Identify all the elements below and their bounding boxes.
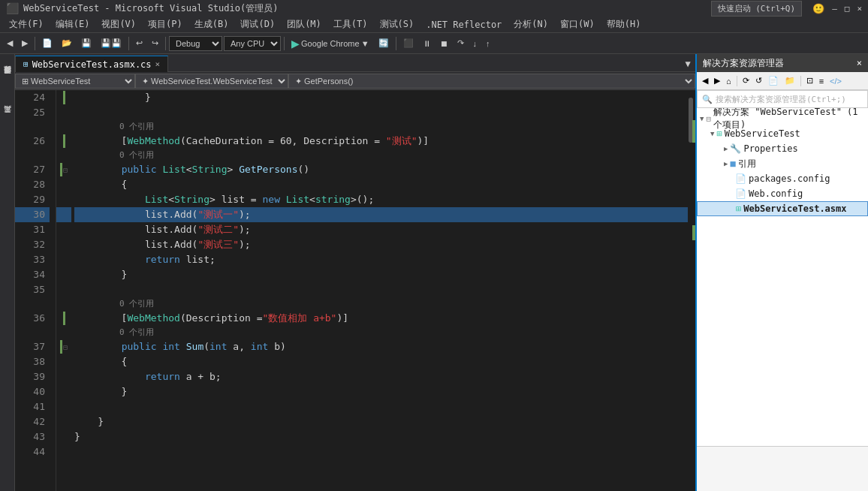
linenum-32: 32: [15, 237, 50, 252]
code-line-44: [74, 444, 688, 459]
web-config-label: Web.config: [749, 188, 803, 199]
debug-config-select[interactable]: Debug Release: [169, 36, 222, 51]
linenum-33: 33: [15, 252, 50, 267]
menu-net-reflector[interactable]: .NET Reflector: [420, 18, 508, 32]
project-label: WebServiceTest: [725, 128, 800, 139]
linenum-42: 42: [15, 414, 50, 429]
sidebar-toolbox[interactable]: 工具箱: [2, 104, 14, 134]
menu-edit[interactable]: 编辑(E): [50, 17, 96, 32]
gutter: ⊟ ⊟: [56, 90, 71, 491]
refresh-btn[interactable]: 🔄: [375, 37, 393, 50]
toolbar: ◀ ▶ 📄 📂 💾 💾💾 ↩ ↪ Debug Release Any CPU x…: [0, 33, 868, 54]
sol-new-btn[interactable]: 📄: [766, 74, 781, 87]
class-nav-select[interactable]: ⊞ WebServiceTest: [15, 74, 135, 89]
code-line-36: [WebMethod(Description ="数值相加 a+b")]: [74, 311, 688, 326]
redo-btn[interactable]: ↪: [148, 37, 162, 50]
save-btn[interactable]: 💾: [77, 37, 95, 50]
sol-back-btn[interactable]: ◀: [700, 74, 710, 87]
code-line-26: [WebMethod(CacheDuration = 60, Descripti…: [74, 134, 688, 149]
tree-webservicetest-asmx[interactable]: ⊞ WebServiceTest.asmx: [697, 201, 868, 216]
tab-bar: ⊞ WebServiceTest.asmx.cs × ▼: [15, 54, 695, 72]
sol-home-btn[interactable]: ⌂: [724, 75, 734, 87]
step-into-btn[interactable]: ↓: [469, 38, 481, 50]
project-arrow[interactable]: ▼: [710, 130, 714, 137]
properties-label: Properties: [743, 143, 797, 154]
menu-build[interactable]: 生成(B): [188, 17, 235, 32]
scroll-indicator[interactable]: [688, 90, 695, 491]
sol-folder-btn[interactable]: 📁: [782, 74, 797, 87]
breakpoint-btn[interactable]: ⬛: [399, 37, 417, 50]
sol-fwd-btn[interactable]: ▶: [712, 74, 722, 87]
sidebar-server-explorer[interactable]: 服务器资源管理器: [2, 57, 14, 102]
code-line-38: {: [74, 354, 688, 369]
tab-webservicetest[interactable]: ⊞ WebServiceTest.asmx.cs ×: [15, 56, 168, 72]
tree-packages-config[interactable]: 📄 packages.config: [697, 171, 868, 186]
title-bar: ⬛ WebServiceTest - Microsoft Visual Stud…: [0, 0, 868, 17]
solution-bottom-hint: [697, 446, 868, 491]
code-line-29: List<String> list = new List<string>();: [74, 192, 688, 207]
sol-sync-btn[interactable]: ⟳: [740, 74, 752, 87]
search-icon: 🔍: [702, 95, 713, 104]
member-nav-select[interactable]: ✦ WebServiceTest.WebServiceTest: [135, 74, 288, 89]
sol-close-icon[interactable]: ×: [857, 58, 862, 68]
tab-close-btn[interactable]: ×: [155, 59, 161, 69]
solution-arrow[interactable]: ▼: [700, 115, 704, 122]
sol-filter-btn[interactable]: ⊡: [804, 74, 815, 87]
editor-area: ⊞ WebServiceTest.asmx.cs × ▼ ⊞ WebServic…: [15, 54, 695, 491]
code-line-24: }: [74, 90, 688, 105]
main-area: 服务器资源管理器 工具箱 ⊞ WebServiceTest.asmx.cs × …: [0, 54, 868, 491]
properties-arrow[interactable]: ▶: [724, 145, 728, 152]
tree-refs[interactable]: ▶ ■ 引用: [697, 156, 868, 171]
platform-select[interactable]: Any CPU x86 x64: [224, 36, 281, 51]
code-line-35: [74, 282, 688, 297]
menu-project[interactable]: 项目(P): [142, 17, 188, 32]
sol-code-view-btn[interactable]: </>: [827, 75, 844, 87]
method-nav-select[interactable]: ✦ GetPersons(): [288, 74, 695, 89]
solution-explorer: 解决方案资源管理器 × ◀ ▶ ⌂ ⟳ ↺ 📄 📁 ⊡ ≡ </> 🔍 搜索解决…: [695, 54, 868, 491]
refs-arrow[interactable]: ▶: [724, 160, 728, 167]
menu-team[interactable]: 团队(M): [281, 17, 327, 32]
sol-refresh-btn[interactable]: ↺: [753, 74, 764, 87]
fwd-btn[interactable]: ▶: [18, 37, 32, 50]
step-over-btn[interactable]: ↷: [454, 37, 468, 50]
code-line-37: public int Sum(int a, int b): [74, 339, 688, 354]
linenum-26: 26: [15, 134, 50, 149]
linenum-40: 40: [15, 384, 50, 399]
tree-web-config[interactable]: 📄 Web.config: [697, 186, 868, 201]
menu-test[interactable]: 测试(S): [374, 17, 420, 32]
solution-search-box[interactable]: 🔍 搜索解决方案资源管理器(Ctrl+;): [697, 90, 868, 108]
linenum-41: 41: [15, 399, 50, 414]
stop-btn[interactable]: ⏹: [436, 38, 452, 50]
linenum-30: 30: [15, 207, 50, 222]
quick-launch[interactable]: 快速启动 (Ctrl+Q): [711, 1, 803, 17]
menu-debug[interactable]: 调试(D): [234, 17, 281, 32]
code-content[interactable]: } 0 个引用 [WebMethod(CacheDuration = 60, D…: [71, 90, 688, 491]
tree-solution[interactable]: ▼ ⊟ 解决方案 "WebServiceTest" (1 个项目): [697, 111, 868, 126]
menu-tools[interactable]: 工具(T): [327, 17, 374, 32]
menu-analyze[interactable]: 分析(N): [508, 17, 554, 32]
play-btn[interactable]: ▶ Google Chrome ▼: [288, 36, 373, 51]
linenum-24: 24: [15, 90, 50, 105]
webservicetest-asmx-label: WebServiceTest.asmx: [743, 203, 846, 214]
browser-label: Google Chrome: [301, 39, 360, 48]
tree-properties[interactable]: ▶ 🔧 Properties: [697, 141, 868, 156]
open-btn[interactable]: 📂: [58, 37, 76, 50]
new-project-btn[interactable]: 📄: [38, 37, 56, 50]
sol-expand-btn[interactable]: ≡: [817, 75, 826, 87]
code-line-42: }: [74, 414, 688, 429]
menu-file[interactable]: 文件(F): [3, 17, 50, 32]
pause-btn[interactable]: ⏸: [419, 38, 435, 50]
back-btn[interactable]: ◀: [3, 37, 17, 50]
step-out-btn[interactable]: ↑: [482, 38, 494, 50]
tab-icon: ⊞: [23, 59, 29, 69]
hint-36: 0 个引用: [74, 297, 688, 311]
menu-view[interactable]: 视图(V): [95, 17, 142, 32]
menu-window[interactable]: 窗口(W): [554, 17, 601, 32]
linenum-29: 29: [15, 192, 50, 207]
linenum-38: 38: [15, 354, 50, 369]
code-line-27: public List<String> GetPersons(): [74, 162, 688, 177]
hint-26: 0 个引用: [74, 120, 688, 134]
save-all-btn[interactable]: 💾💾: [97, 37, 125, 50]
undo-btn[interactable]: ↩: [132, 37, 146, 50]
menu-help[interactable]: 帮助(H): [601, 17, 647, 32]
